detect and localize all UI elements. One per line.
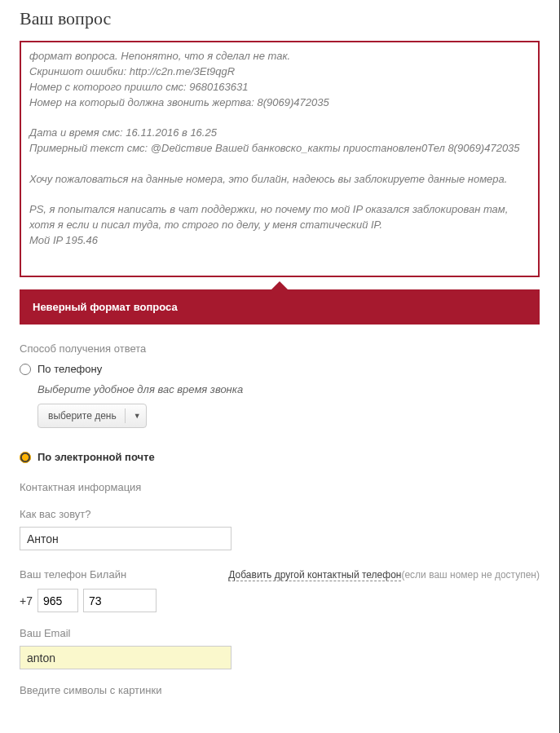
phone-label: Ваш телефон Билайн [20,568,126,581]
error-arrow-icon [271,281,288,289]
error-text: Неверный формат вопроса [33,301,178,313]
reply-method-label: Способ получения ответа [20,342,540,355]
phone-number-field[interactable] [83,589,157,612]
select-divider [125,408,126,423]
form-container: Ваш вопрос Неверный формат вопроса Спосо… [0,0,560,733]
radio-phone-label: По телефону [37,363,102,375]
page-title: Ваш вопрос [20,8,540,29]
phone-row: Ваш телефон Билайн Добавить другой конта… [20,568,540,581]
error-wrap: Неверный формат вопроса [20,289,540,325]
phone-inputs: +7 [20,589,540,612]
day-select[interactable]: выберите день ▼ [37,404,147,428]
phone-prefix: +7 [20,594,33,607]
radio-email[interactable] [20,452,31,463]
radio-email-label: По электронной почте [37,451,155,463]
add-phone-wrap: Добавить другой контактный телефон(если … [228,568,540,581]
name-field[interactable] [20,527,231,550]
question-textarea[interactable] [20,41,540,277]
add-phone-link[interactable]: Добавить другой контактный телефон [228,569,401,581]
contact-section-label: Контактная информация [20,481,540,493]
chevron-down-icon: ▼ [134,412,141,420]
add-phone-suffix: (если ваш номер не доступен) [401,569,540,581]
email-label: Ваш Email [20,627,540,639]
radio-email-row[interactable]: По электронной почте [20,451,540,463]
captcha-label: Введите символы с картинки [20,684,540,696]
radio-phone[interactable] [20,364,31,375]
day-select-value: выберите день [48,410,117,422]
phone-time-hint: Выберите удобное для вас время звонка [37,383,540,395]
error-banner: Неверный формат вопроса [20,289,540,325]
name-label: Как вас зовут? [20,508,540,520]
radio-phone-row[interactable]: По телефону [20,363,540,375]
email-field[interactable] [20,646,231,669]
phone-code-field[interactable] [37,589,78,612]
